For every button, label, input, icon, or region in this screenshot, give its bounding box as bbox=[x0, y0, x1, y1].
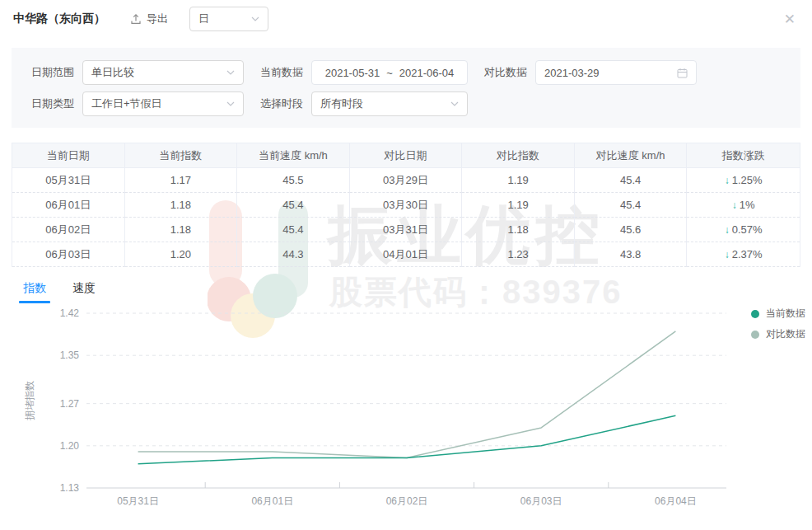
date-range-label: 日期范围 bbox=[31, 65, 82, 80]
compare-data-value: 2021-03-29 bbox=[544, 67, 600, 79]
table-cell: 03月30日 bbox=[350, 193, 463, 218]
legend-item-compare[interactable]: 对比数据 bbox=[751, 327, 805, 341]
change-cell: ↓0.57% bbox=[687, 218, 800, 242]
table-cell: 06月03日 bbox=[12, 242, 125, 267]
table-cell: 03月29日 bbox=[350, 168, 463, 193]
tab-index[interactable]: 指数 bbox=[21, 279, 48, 303]
filter-row-1: 日期范围 单日比较 当前数据 2021-05-31 ~ 2021-06-04 对… bbox=[31, 60, 781, 85]
table-header-cell: 对比速度 km/h bbox=[575, 143, 688, 168]
down-arrow-icon: ↓ bbox=[725, 249, 730, 260]
data-table: 当前日期当前指数当前速度 km/h对比日期对比指数对比速度 km/h指数涨跌05… bbox=[12, 143, 800, 267]
tab-speed[interactable]: 速度 bbox=[71, 279, 97, 303]
time-period-value: 所有时段 bbox=[320, 96, 363, 111]
date-type-label: 日期类型 bbox=[31, 96, 82, 111]
table-cell: 1.17 bbox=[125, 168, 238, 193]
congestion-index-chart: 1.131.201.271.351.4205月31日06月01日06月02日06… bbox=[0, 305, 812, 529]
legend-item-current[interactable]: 当前数据 bbox=[751, 307, 805, 321]
chevron-down-icon bbox=[226, 101, 235, 106]
legend-dot-current bbox=[751, 310, 759, 318]
date-range-value: 单日比较 bbox=[91, 65, 134, 80]
table-cell: 1.19 bbox=[462, 193, 575, 218]
svg-text:1.35: 1.35 bbox=[60, 349, 80, 361]
table-cell: 1.19 bbox=[462, 168, 575, 193]
current-data-label: 当前数据 bbox=[260, 65, 311, 80]
current-data-daterange-input[interactable]: 2021-05-31 ~ 2021-06-04 bbox=[311, 60, 468, 85]
down-arrow-icon: ↓ bbox=[732, 199, 737, 211]
table-cell: 45.4 bbox=[575, 168, 688, 193]
down-arrow-icon: ↓ bbox=[725, 224, 730, 236]
current-data-end: 2021-06-04 bbox=[399, 67, 455, 79]
date-type-value: 工作日+节假日 bbox=[91, 96, 162, 111]
range-separator: ~ bbox=[386, 67, 393, 79]
down-arrow-icon: ↓ bbox=[725, 175, 730, 186]
granularity-select[interactable]: 日 bbox=[189, 7, 268, 31]
table-cell: 45.4 bbox=[237, 218, 350, 242]
table-header-cell: 指数涨跌 bbox=[687, 143, 800, 168]
svg-text:1.42: 1.42 bbox=[60, 307, 80, 319]
table-header-cell: 当前指数 bbox=[125, 143, 238, 168]
table-cell: 1.20 bbox=[125, 242, 238, 267]
svg-text:06月03日: 06月03日 bbox=[520, 495, 562, 507]
svg-text:05月31日: 05月31日 bbox=[117, 495, 159, 507]
current-data-start: 2021-05-31 bbox=[325, 67, 380, 79]
table-cell: 1.18 bbox=[125, 218, 238, 242]
table-cell: 1.18 bbox=[462, 218, 575, 242]
table-cell: 44.3 bbox=[237, 242, 350, 267]
compare-data-label: 对比数据 bbox=[484, 65, 535, 80]
chevron-down-icon bbox=[251, 16, 259, 21]
page-title: 中华路（东向西） bbox=[13, 12, 105, 26]
route-analysis-panel: 振业优控 股票代码：839376 中华路（东向西） 导出 日 ✕ bbox=[0, 0, 812, 530]
upload-icon bbox=[130, 13, 142, 25]
chevron-down-icon bbox=[450, 101, 459, 106]
svg-text:拥堵指数: 拥堵指数 bbox=[24, 381, 35, 420]
change-cell: ↓2.37% bbox=[687, 242, 800, 267]
change-cell: ↓1.25% bbox=[687, 168, 800, 193]
svg-text:1.27: 1.27 bbox=[60, 398, 80, 410]
calendar-icon bbox=[677, 68, 688, 78]
table-header-cell: 当前速度 km/h bbox=[237, 143, 350, 168]
granularity-value: 日 bbox=[198, 12, 209, 26]
date-type-select[interactable]: 工作日+节假日 bbox=[82, 91, 244, 116]
export-label: 导出 bbox=[147, 12, 168, 26]
filter-row-2: 日期类型 工作日+节假日 选择时段 所有时段 bbox=[31, 91, 781, 116]
table-cell: 45.4 bbox=[237, 193, 350, 218]
chart-legend: 当前数据 对比数据 bbox=[751, 307, 805, 341]
time-period-select[interactable]: 所有时段 bbox=[311, 91, 468, 116]
svg-text:06月01日: 06月01日 bbox=[251, 495, 293, 507]
legend-label-current: 当前数据 bbox=[766, 307, 805, 321]
time-period-label: 选择时段 bbox=[260, 96, 311, 111]
svg-text:06月04日: 06月04日 bbox=[655, 495, 697, 507]
chevron-down-icon bbox=[226, 70, 235, 75]
close-icon[interactable]: ✕ bbox=[781, 11, 799, 28]
table-header-cell: 当前日期 bbox=[12, 143, 125, 168]
table-cell: 06月01日 bbox=[12, 193, 125, 218]
table-cell: 06月02日 bbox=[12, 218, 125, 242]
table-cell: 05月31日 bbox=[12, 168, 125, 193]
compare-data-date-input[interactable]: 2021-03-29 bbox=[535, 60, 697, 85]
date-range-select[interactable]: 单日比较 bbox=[82, 60, 244, 85]
table-cell: 03月31日 bbox=[350, 218, 463, 242]
legend-dot-compare bbox=[751, 331, 759, 339]
table-cell: 1.23 bbox=[462, 242, 575, 267]
comparison-table-wrap: 当前日期当前指数当前速度 km/h对比日期对比指数对比速度 km/h指数涨跌05… bbox=[12, 143, 800, 267]
table-cell: 43.8 bbox=[575, 242, 688, 267]
chart-tabs: 指数速度 bbox=[21, 279, 812, 303]
svg-text:1.13: 1.13 bbox=[60, 482, 80, 494]
legend-label-compare: 对比数据 bbox=[766, 327, 805, 341]
table-cell: 04月01日 bbox=[350, 242, 463, 267]
export-button[interactable]: 导出 bbox=[130, 12, 168, 26]
table-header-cell: 对比日期 bbox=[350, 143, 463, 168]
svg-text:06月02日: 06月02日 bbox=[386, 495, 428, 507]
svg-text:1.20: 1.20 bbox=[60, 440, 80, 452]
table-cell: 45.4 bbox=[575, 193, 688, 218]
table-cell: 1.18 bbox=[125, 193, 238, 218]
header: 中华路（东向西） 导出 日 ✕ bbox=[0, 0, 812, 38]
table-cell: 45.5 bbox=[237, 168, 350, 193]
filter-panel: 日期范围 单日比较 当前数据 2021-05-31 ~ 2021-06-04 对… bbox=[12, 48, 800, 128]
table-header-cell: 对比指数 bbox=[462, 143, 575, 168]
table-cell: 45.6 bbox=[575, 218, 688, 242]
line-chart-canvas: 1.131.201.271.351.4205月31日06月01日06月02日06… bbox=[0, 305, 812, 529]
change-cell: ↓1% bbox=[687, 193, 800, 218]
